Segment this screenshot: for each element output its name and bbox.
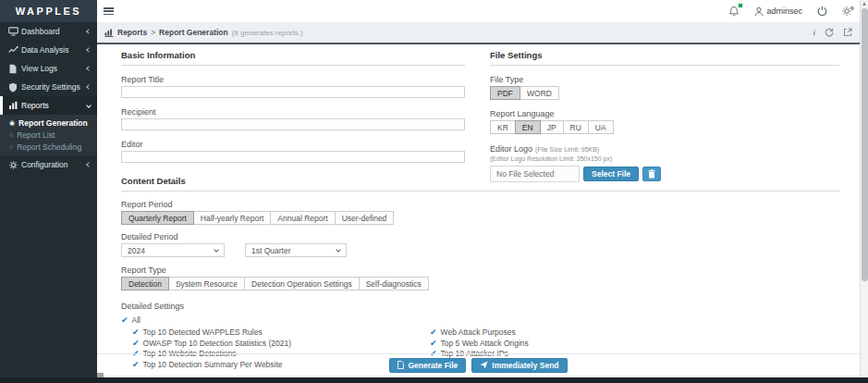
generate-file-button[interactable]: Generate File bbox=[389, 358, 466, 373]
settings-gears-icon[interactable] bbox=[842, 6, 855, 17]
report-language-group: KR EN JP RU UA bbox=[490, 120, 839, 134]
recipient-input[interactable] bbox=[121, 118, 465, 130]
check-web-attack-purposes[interactable]: Web Attack Purposes bbox=[430, 327, 529, 339]
report-type-group: Detection System Resource Detection Oper… bbox=[121, 277, 839, 290]
recipient-label: Recipient bbox=[121, 107, 465, 117]
reports-submenu: ◉ Report Generation ○ Report List ○ Repo… bbox=[0, 115, 97, 155]
section-title: Basic Information bbox=[121, 50, 465, 66]
monitor-icon bbox=[8, 27, 21, 36]
checkbox-checked-icon bbox=[121, 315, 128, 325]
type-self-diagnostics-button[interactable]: Self-diagnostics bbox=[359, 277, 429, 290]
sidebar-item-security-settings[interactable]: Security Settings bbox=[0, 78, 97, 96]
sidebar-item-dashboard[interactable]: Dashboard bbox=[0, 22, 97, 41]
window-bottom-edge bbox=[0, 377, 868, 383]
breadcrumb-section[interactable]: Reports bbox=[117, 28, 147, 37]
immediately-send-button[interactable]: Immediately Send bbox=[471, 358, 567, 373]
checkbox-checked-icon bbox=[132, 327, 140, 337]
report-title-label: Report Title bbox=[121, 75, 465, 84]
language-en-button[interactable]: EN bbox=[515, 120, 541, 134]
bar-chart-icon bbox=[8, 101, 21, 110]
editor-logo-label: Editor Logo bbox=[490, 144, 532, 154]
resolution-limit-note: (Editor Logo Resolution Limit: 350x150 p… bbox=[490, 155, 839, 162]
file-type-pdf-button[interactable]: PDF bbox=[490, 86, 520, 100]
period-user-defined-button[interactable]: User-defined bbox=[335, 211, 395, 225]
chevron-left-icon bbox=[86, 84, 92, 90]
send-icon bbox=[480, 361, 488, 369]
chevron-left-icon bbox=[86, 47, 92, 53]
check-all[interactable]: All bbox=[121, 315, 839, 326]
report-title-input[interactable] bbox=[121, 86, 465, 98]
panel-footer: Generate File Immediately Send bbox=[97, 353, 860, 376]
shield-icon bbox=[8, 82, 21, 93]
checkbox-checked-icon bbox=[430, 339, 437, 348]
sidebar-item-configuration[interactable]: Configuration bbox=[0, 155, 97, 174]
bullet-icon: ○ bbox=[9, 131, 13, 138]
scroll-up-arrow-icon bbox=[862, 2, 866, 6]
bullet-icon: ○ bbox=[9, 143, 13, 150]
active-bullet-icon: ◉ bbox=[9, 119, 15, 126]
refresh-icon[interactable] bbox=[825, 28, 834, 37]
info-icon[interactable]: i bbox=[813, 28, 815, 37]
report-generation-panel: Basic Information Report Title Recipient… bbox=[97, 43, 860, 376]
report-language-label: Report Language bbox=[490, 109, 839, 118]
check-top5-web-attack-origins[interactable]: Top 5 Web Attack Origins bbox=[430, 338, 529, 349]
open-external-icon[interactable] bbox=[843, 28, 852, 37]
type-detection-operation-settings-button[interactable]: Detection Operation Settings bbox=[244, 277, 360, 290]
scrollbar-thumb[interactable] bbox=[862, 8, 868, 281]
sidebar-toggle-icon[interactable] bbox=[104, 7, 114, 16]
period-quarterly-button[interactable]: Quarterly Report bbox=[121, 211, 194, 225]
checkbox-checked-icon bbox=[132, 339, 140, 348]
editor-input[interactable] bbox=[121, 151, 465, 163]
report-period-label: Report Period bbox=[121, 200, 839, 209]
file-type-label: File Type bbox=[490, 75, 839, 84]
file-size-limit-note: (File Size Limit: 95KB) bbox=[535, 146, 599, 153]
sidebar-item-reports[interactable]: Reports bbox=[0, 96, 97, 115]
line-chart-icon bbox=[8, 45, 21, 55]
chevron-left-icon bbox=[86, 29, 92, 34]
sidebar-subitem-report-scheduling[interactable]: ○ Report Scheduling bbox=[0, 141, 97, 153]
notifications-bell-icon[interactable] bbox=[728, 6, 740, 18]
user-menu[interactable]: adminsec bbox=[754, 6, 802, 17]
reports-chart-icon bbox=[104, 29, 114, 37]
chevron-down-icon bbox=[86, 103, 92, 108]
top-bar: WAPPLES adminsec bbox=[0, 0, 868, 22]
content-details-section: Content Details Report Period Quarterly … bbox=[121, 176, 839, 370]
basic-information-section: Basic Information Report Title Recipient… bbox=[121, 50, 465, 163]
detailed-settings-label: Detailed Settings bbox=[121, 302, 839, 311]
vertical-scrollbar[interactable] bbox=[860, 0, 868, 383]
section-title: Content Details bbox=[121, 176, 839, 192]
editor-label: Editor bbox=[121, 140, 465, 149]
period-half-yearly-button[interactable]: Half-yearly Report bbox=[193, 211, 272, 225]
year-select[interactable]: 2024 bbox=[121, 243, 225, 257]
chevron-down-icon bbox=[336, 247, 341, 253]
report-period-group: Quarterly Report Half-yearly Report Annu… bbox=[121, 211, 839, 225]
language-jp-button[interactable]: JP bbox=[540, 120, 564, 134]
language-ua-button[interactable]: UA bbox=[588, 120, 614, 134]
file-type-group: PDF WORD bbox=[490, 86, 839, 100]
period-annual-button[interactable]: Annual Report bbox=[270, 211, 335, 225]
breadcrumb-hint: (It generates reports.) bbox=[232, 29, 303, 37]
file-settings-section: File Settings File Type PDF WORD Report … bbox=[490, 50, 839, 182]
detailed-period-label: Detailed Period bbox=[121, 232, 839, 241]
language-ru-button[interactable]: RU bbox=[563, 120, 589, 134]
quarter-select[interactable]: 1st Quarter bbox=[245, 243, 347, 257]
sidebar-item-view-logs[interactable]: View Logs bbox=[0, 59, 97, 78]
language-kr-button[interactable]: KR bbox=[490, 120, 516, 134]
power-icon[interactable] bbox=[817, 6, 827, 17]
username-label: adminsec bbox=[766, 6, 802, 16]
sidebar-nav: Dashboard Data Analysis View Logs Securi… bbox=[0, 22, 97, 383]
editor-logo-label-row: Editor Logo (File Size Limit: 95KB) bbox=[490, 144, 839, 154]
type-detection-button[interactable]: Detection bbox=[121, 277, 169, 290]
file-type-word-button[interactable]: WORD bbox=[520, 86, 559, 100]
user-icon bbox=[754, 6, 764, 17]
type-system-resource-button[interactable]: System Resource bbox=[168, 277, 245, 290]
sidebar-subitem-report-generation[interactable]: ◉ Report Generation bbox=[0, 117, 97, 129]
main-content: Reports > Report Generation (It generate… bbox=[97, 22, 860, 377]
sidebar-item-data-analysis[interactable]: Data Analysis bbox=[0, 41, 97, 59]
brand-logo[interactable]: WAPPLES bbox=[0, 0, 97, 22]
chevron-left-icon bbox=[86, 162, 92, 167]
sidebar-subitem-report-list[interactable]: ○ Report List bbox=[0, 129, 97, 141]
file-icon bbox=[397, 361, 404, 369]
detailed-period-row: 2024 1st Quarter bbox=[121, 243, 839, 257]
section-title: File Settings bbox=[490, 50, 839, 66]
